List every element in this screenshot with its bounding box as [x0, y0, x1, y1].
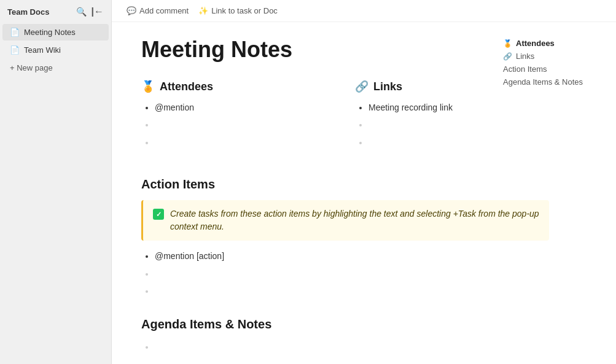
document-icon: 📄	[10, 28, 20, 37]
list-item: ‎	[155, 267, 549, 281]
links-icon: 🔗	[355, 80, 368, 93]
collapse-icon[interactable]: |←	[92, 6, 104, 17]
toc-attendees-icon: 🏅	[503, 39, 512, 48]
links-title: Links	[373, 80, 402, 93]
links-section: 🔗 Links Meeting recording link ‎ ‎	[355, 80, 549, 153]
callout-box: Create tasks from these action items by …	[141, 200, 549, 241]
list-item: ‎	[155, 118, 335, 131]
link-button[interactable]: ✨ Link to task or Doc	[198, 6, 278, 15]
links-list: Meeting recording link ‎ ‎	[355, 101, 549, 149]
list-item: ‎	[155, 284, 549, 298]
toc-item-agenda[interactable]: Agenda Items & Notes	[503, 76, 601, 88]
attendees-section: 🏅 Attendees @mention ‎ ‎	[141, 80, 335, 153]
document-icon: 📄	[10, 45, 20, 55]
new-page-button[interactable]: + New page	[2, 60, 109, 76]
add-comment-button[interactable]: 💬 Add comment	[127, 6, 189, 15]
toc-attendees-label: Attendees	[516, 39, 555, 48]
list-item: @mention	[155, 101, 335, 114]
toolbar: 💬 Add comment ✨ Link to task or Doc	[112, 0, 616, 22]
list-item: Meeting recording link	[368, 101, 549, 114]
attendees-heading: 🏅 Attendees	[141, 80, 335, 93]
sidebar-item-team-wiki[interactable]: 📄 Team Wiki	[2, 42, 109, 58]
list-item: @mention [action]	[155, 249, 549, 263]
sidebar-item-meeting-notes[interactable]: 📄 Meeting Notes	[2, 24, 109, 41]
list-item: ‎	[155, 340, 549, 354]
attendees-title: Attendees	[160, 80, 213, 93]
agenda-list: ‎ ‎	[141, 340, 549, 364]
list-item: ‎	[368, 118, 549, 131]
toc-item-action-items[interactable]: Action Items	[503, 63, 601, 76]
table-of-contents: 🏅 Attendees 🔗 Links Action Items Agenda …	[503, 37, 601, 88]
add-comment-label: Add comment	[139, 6, 189, 15]
attendees-icon: 🏅	[141, 80, 155, 93]
list-item: ‎	[155, 358, 549, 364]
toc-links-label: Links	[516, 52, 534, 61]
link-label: Link to task or Doc	[211, 6, 278, 15]
agenda-section: Agenda Items & Notes ‎ ‎	[141, 317, 549, 364]
list-item: ‎	[155, 136, 335, 149]
comment-icon: 💬	[127, 6, 136, 15]
toc-item-links[interactable]: 🔗 Links	[503, 50, 601, 63]
action-items-list: @mention [action] ‎ ‎	[141, 249, 549, 298]
callout-text: Create tasks from these action items by …	[170, 207, 539, 233]
link-icon: ✨	[198, 6, 208, 15]
sidebar-title: Team Docs	[7, 7, 49, 17]
sidebar-item-label: Team Wiki	[24, 45, 61, 55]
callout-checkbox[interactable]	[153, 209, 164, 220]
list-item: ‎	[368, 136, 549, 149]
two-column-section: 🏅 Attendees @mention ‎ ‎ 🔗 Links Meeting…	[141, 80, 549, 153]
new-page-label: + New page	[10, 63, 53, 72]
sidebar: Team Docs 🔍 |← 📄 Meeting Notes 📄 Team Wi…	[0, 0, 112, 364]
main-content: 💬 Add comment ✨ Link to task or Doc 🏅 At…	[112, 0, 616, 364]
sidebar-header: Team Docs 🔍 |←	[0, 0, 111, 23]
sidebar-header-icons: 🔍 |←	[76, 6, 104, 17]
attendees-list: @mention ‎ ‎	[141, 101, 335, 149]
toc-agenda-label: Agenda Items & Notes	[503, 77, 583, 87]
action-items-heading: Action Items	[141, 177, 549, 192]
sidebar-item-label: Meeting Notes	[24, 28, 76, 37]
action-items-section: Action Items Create tasks from these act…	[141, 177, 549, 298]
toc-action-label: Action Items	[503, 64, 547, 74]
search-icon[interactable]: 🔍	[76, 7, 87, 17]
toc-item-attendees[interactable]: 🏅 Attendees	[503, 37, 601, 50]
toc-links-icon: 🔗	[503, 52, 512, 61]
agenda-heading: Agenda Items & Notes	[141, 317, 549, 331]
page-title: Meeting Notes	[141, 37, 549, 63]
